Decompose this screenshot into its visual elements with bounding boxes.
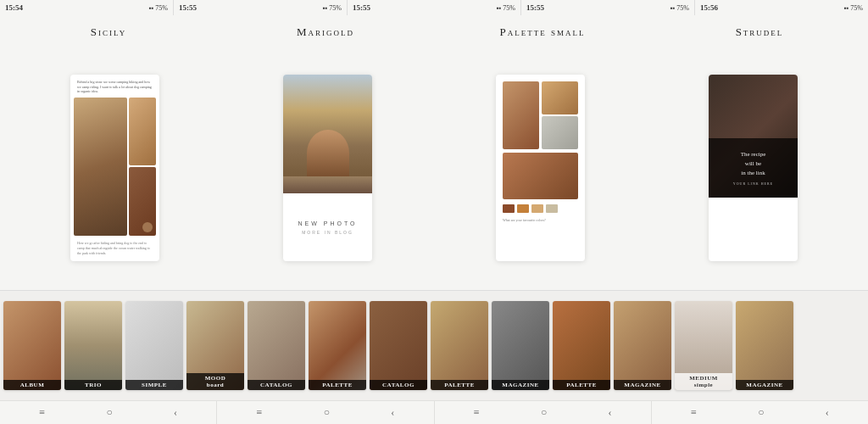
nav-menu-icon-4[interactable]: ≡ [691, 406, 697, 419]
thumb-label-palette1: PALETTE [309, 380, 366, 390]
time-5: 15:56 [700, 3, 718, 12]
status-bar-5: 15:56 ▪▪ 75% [695, 0, 868, 15]
thumb-catalog-1[interactable]: CATALOG [248, 301, 305, 390]
time-1: 15:54 [5, 3, 23, 12]
sicily-right-images [129, 98, 156, 236]
palette-middle-image [503, 153, 578, 199]
nav-bar-4[interactable]: ≡ ○ ‹ [652, 401, 868, 424]
thumb-label-catalog2: CATALOG [370, 380, 427, 390]
swatch-1 [503, 204, 515, 213]
time-2: 15:55 [179, 3, 197, 12]
thumb-medium[interactable]: MEDIUMsimple [675, 301, 732, 390]
nav-bar-3[interactable]: ≡ ○ ‹ [435, 401, 652, 424]
sicily-left-image [74, 98, 127, 236]
palette-left-image [503, 81, 539, 149]
sicily-top-text: Behind a big stone see some camping hiki… [70, 75, 159, 98]
nav-home-icon-2[interactable]: ○ [324, 406, 330, 419]
nav-menu-icon-2[interactable]: ≡ [256, 406, 262, 419]
time-3: 15:55 [353, 3, 370, 12]
thumb-palette-3[interactable]: PALETTE [553, 301, 610, 390]
nav-back-icon-1[interactable]: ‹ [174, 406, 177, 419]
marigold-text-area: NEW PHOTO MORE IN BLOG [283, 193, 372, 261]
palette-text: What are your favourite colors? [503, 218, 578, 223]
marigold-image [283, 75, 372, 193]
nav-bar-2[interactable]: ≡ ○ ‹ [217, 401, 434, 424]
palette-top-images [503, 81, 578, 149]
strudel-link-text: YOUR LINK HERE [733, 181, 773, 186]
thumb-label-album: ALBUM [3, 380, 61, 390]
nav-home-icon-4[interactable]: ○ [758, 406, 764, 419]
thumb-magazine-3[interactable]: MAGAZINE [736, 301, 793, 390]
thumb-palette-2[interactable]: PALETTE [431, 301, 488, 390]
thumb-label-palette2: PALETTE [431, 380, 488, 390]
nav-back-icon-4[interactable]: ‹ [826, 406, 829, 419]
thumb-catalog-2[interactable]: CATALOG [370, 301, 427, 390]
palette-right-bottom-image [542, 116, 578, 149]
thumb-trio[interactable]: TRIO [64, 301, 122, 390]
sicily-bottom-text: Here we go after hiding and bring dog to… [70, 236, 159, 261]
nav-home-icon-1[interactable]: ○ [106, 406, 112, 419]
nav-home-icon-3[interactable]: ○ [541, 406, 547, 419]
swatch-4 [546, 204, 558, 213]
thumb-label-trio: TRIO [64, 380, 122, 390]
nav-bar-1[interactable]: ≡ ○ ‹ [0, 401, 217, 424]
thumb-mood[interactable]: MOODboard [186, 301, 244, 390]
sicily-right-bottom-image [129, 167, 156, 236]
title-sicily: Sicily [0, 25, 217, 39]
thumb-magazine-2[interactable]: MAGAZINE [614, 301, 671, 390]
sicily-right-top-image [129, 98, 156, 166]
title-palette-small: Palette small [434, 25, 651, 39]
status-bar-1: 15:54 ▪▪ 75% [0, 0, 174, 15]
thumb-label-catalog1: CATALOG [248, 380, 305, 390]
icons-3: ▪▪ 75% [497, 4, 515, 12]
status-bars: 15:54 ▪▪ 75% 15:55 ▪▪ 75% 15:55 ▪▪ 75% 1… [0, 0, 868, 15]
status-bar-4: 15:55 ▪▪ 75% [521, 0, 695, 15]
thumb-label-mood: MOODboard [186, 373, 244, 390]
time-4: 15:55 [526, 3, 544, 12]
nav-menu-icon-1[interactable]: ≡ [39, 406, 45, 419]
title-marigold: Marigold [217, 25, 434, 39]
marigold-preview-col[interactable]: NEW PHOTO MORE IN BLOG [221, 46, 434, 290]
icons-1: ▪▪ 75% [149, 4, 168, 12]
thumbnail-strip[interactable]: ALBUM TRIO SIMPLE MOODboard CATALOG PALE… [0, 290, 868, 400]
palette-swatches [503, 204, 578, 213]
thumb-simple[interactable]: SIMPLE [125, 301, 183, 390]
thumb-label-magazine2: MAGAZINE [614, 380, 671, 390]
template-titles: Sicily Marigold Palette small Strudel [0, 15, 868, 46]
swatch-3 [531, 204, 543, 213]
marigold-card[interactable]: NEW PHOTO MORE IN BLOG [283, 75, 372, 261]
nav-back-icon-2[interactable]: ‹ [391, 406, 394, 419]
title-strudel: Strudel [651, 25, 868, 39]
swatch-2 [517, 204, 529, 213]
nav-back-icon-3[interactable]: ‹ [609, 406, 612, 419]
thumb-label-magazine3: MAGAZINE [736, 380, 793, 390]
status-bar-2: 15:55 ▪▪ 75% [174, 0, 348, 15]
thumb-label-magazine1: MAGAZINE [492, 380, 549, 390]
strudel-recipe-text: The recipewill bein the link [741, 150, 766, 179]
strudel-card[interactable]: The recipewill bein the link YOUR LINK H… [709, 75, 798, 261]
thumb-album[interactable]: ALBUM [3, 301, 61, 390]
thumb-label-palette3: PALETTE [553, 380, 610, 390]
icons-4: ▪▪ 75% [670, 4, 689, 12]
strudel-top-image: The recipewill bein the link YOUR LINK H… [709, 75, 798, 198]
icons-2: ▪▪ 75% [323, 4, 342, 12]
palette-right-top-image [542, 81, 578, 114]
nav-bars: ≡ ○ ‹ ≡ ○ ‹ ≡ ○ ‹ ≡ ○ ‹ [0, 400, 868, 424]
icons-5: ▪▪ 75% [844, 4, 863, 12]
nav-menu-icon-3[interactable]: ≡ [474, 406, 480, 419]
strudel-overlay: The recipewill bein the link YOUR LINK H… [709, 138, 798, 198]
sicily-card[interactable]: Behind a big stone see some camping hiki… [70, 75, 159, 261]
status-bar-3: 15:55 ▪▪ 75% [348, 0, 521, 15]
strudel-preview-col[interactable]: The recipewill bein the link YOUR LINK H… [647, 46, 860, 290]
palette-card[interactable]: What are your favourite colors? [496, 75, 585, 261]
thumb-magazine-1[interactable]: MAGAZINE [492, 301, 549, 390]
palette-preview-col[interactable]: What are your favourite colors? [434, 46, 647, 290]
thumb-label-medium: MEDIUMsimple [675, 373, 732, 390]
main-area: Sicily Marigold Palette small Strudel Be… [0, 15, 868, 424]
sicily-preview-col[interactable]: Behind a big stone see some camping hiki… [8, 46, 221, 290]
thumb-label-simple: SIMPLE [125, 380, 183, 390]
palette-right-images [542, 81, 578, 149]
marigold-sublabel: MORE IN BLOG [302, 230, 353, 235]
thumb-palette-1[interactable]: PALETTE [309, 301, 366, 390]
sicily-images [70, 98, 159, 236]
